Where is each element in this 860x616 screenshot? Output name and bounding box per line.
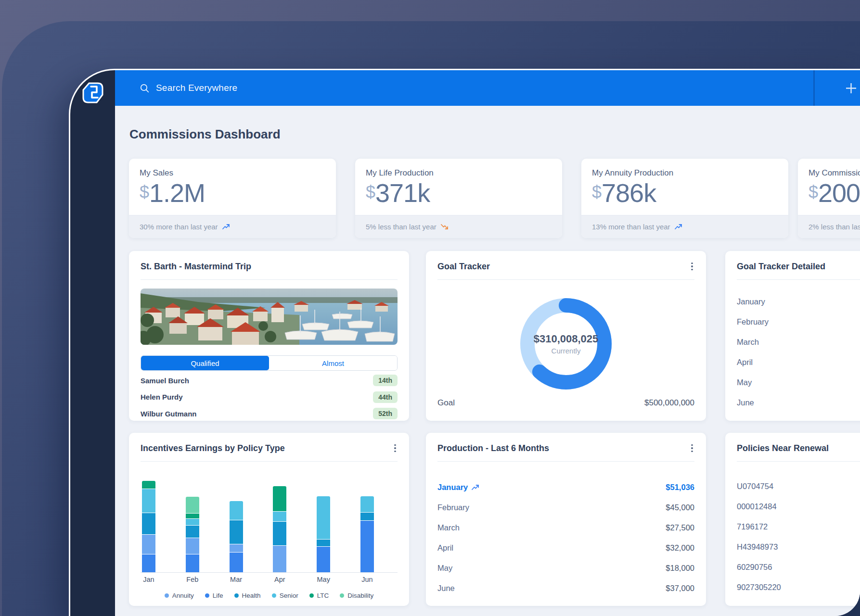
x-axis-label: Mar bbox=[230, 576, 242, 583]
month-label: May bbox=[737, 378, 752, 387]
bar-segment-annuity bbox=[186, 538, 199, 554]
bar-segment-senior bbox=[230, 501, 243, 520]
dashboard-content: Commissions Dashboard My Sales$1.2M30% m… bbox=[115, 106, 860, 616]
policy-number: U0704754 bbox=[737, 482, 773, 491]
goal-detailed-row[interactable]: May bbox=[737, 372, 860, 392]
trip-member-row[interactable]: Samuel Burch14th bbox=[141, 372, 398, 389]
x-axis-line bbox=[141, 572, 398, 573]
x-axis-label: May bbox=[317, 576, 330, 583]
production-value: $32,000 bbox=[666, 543, 694, 553]
divider bbox=[437, 461, 694, 462]
goal-detailed-row[interactable]: June bbox=[737, 392, 860, 413]
goal-detailed-row[interactable]: March bbox=[737, 332, 860, 352]
app-window: Search Everywhere Commissions Dashboard … bbox=[69, 69, 860, 616]
bar-segment-ltc bbox=[186, 514, 199, 519]
divider bbox=[437, 279, 694, 280]
production-month: March bbox=[437, 523, 460, 532]
rank-badge: 52th bbox=[373, 408, 398, 419]
bar-segment-senior bbox=[142, 489, 155, 513]
month-label: January bbox=[737, 297, 765, 306]
member-name: Helen Purdy bbox=[141, 393, 183, 401]
divider bbox=[737, 461, 860, 462]
card-menu-button[interactable] bbox=[688, 443, 696, 453]
add-button[interactable] bbox=[839, 70, 860, 106]
card-menu-button[interactable] bbox=[688, 262, 696, 271]
top-bar: Search Everywhere bbox=[115, 70, 860, 106]
app-logo[interactable] bbox=[82, 82, 104, 104]
bar-mar bbox=[230, 501, 243, 572]
policy-row[interactable]: 9027305220 bbox=[737, 577, 860, 597]
production-value: $45,000 bbox=[666, 503, 694, 512]
stacked-bar-chart bbox=[141, 478, 398, 573]
tab-qualified[interactable]: Qualified bbox=[141, 356, 269, 370]
topbar-divider bbox=[813, 70, 815, 106]
kpi-amount: 786k bbox=[602, 178, 656, 207]
goal-detailed-row[interactable]: February bbox=[737, 312, 860, 332]
trip-member-row[interactable]: Helen Purdy44th bbox=[141, 389, 398, 406]
policy-row[interactable]: 000012484 bbox=[737, 496, 860, 516]
policy-number: H43948973 bbox=[737, 542, 778, 552]
card-menu-button[interactable] bbox=[391, 443, 399, 453]
trip-member-row[interactable]: Wilbur Gutmann52th bbox=[141, 405, 398, 422]
goal-donut-chart: $310,008,025 Currently bbox=[518, 296, 614, 392]
production-row[interactable]: March$27,500 bbox=[437, 517, 694, 538]
bar-segment-disability bbox=[186, 497, 199, 514]
bar-segment-ltc bbox=[142, 481, 155, 489]
legend-label: Life bbox=[213, 592, 223, 599]
goal-detailed-row[interactable]: January bbox=[737, 291, 860, 312]
production-value: $27,500 bbox=[666, 523, 694, 532]
legend-item-senior: Senior bbox=[272, 592, 298, 599]
kpi-card-my-sales: My Sales$1.2M30% more than last year bbox=[129, 159, 336, 238]
kpi-trend-text: 2% less than last year bbox=[809, 223, 860, 231]
policies-list: U07047540000124847196172H439489736029075… bbox=[737, 476, 860, 597]
search-placeholder: Search Everywhere bbox=[156, 83, 237, 93]
kpi-amount: 200k bbox=[818, 178, 860, 207]
trend-down-icon bbox=[441, 224, 449, 230]
x-axis-label: Feb bbox=[186, 576, 198, 583]
bar-may bbox=[317, 496, 330, 572]
x-axis-label: Apr bbox=[274, 576, 285, 583]
legend-dot bbox=[234, 593, 239, 598]
bar-segment-life bbox=[142, 554, 155, 572]
search-bar[interactable]: Search Everywhere bbox=[115, 70, 237, 106]
kpi-card-my-life-production: My Life Production$371k5% less than last… bbox=[355, 159, 562, 238]
donut-center: $310,008,025 Currently bbox=[518, 296, 614, 392]
policy-row[interactable]: 7196172 bbox=[737, 516, 860, 537]
policy-row[interactable]: H43948973 bbox=[737, 537, 860, 557]
goal-detailed-list: JanuaryFebruaryMarchAprilMayJune bbox=[737, 291, 860, 413]
policy-number: 60290756 bbox=[737, 563, 772, 572]
bar-segment-senior bbox=[360, 496, 374, 513]
production-month: June bbox=[437, 584, 455, 593]
bar-segment-health bbox=[360, 513, 374, 521]
kpi-trend: 5% less than last year bbox=[355, 215, 562, 238]
chart-legend: AnnuityLifeHealthSeniorLTCDisability bbox=[129, 592, 409, 599]
policy-row[interactable]: 60290756 bbox=[737, 557, 860, 577]
legend-item-life: Life bbox=[205, 592, 223, 599]
production-month: April bbox=[437, 543, 453, 553]
production-month: February bbox=[437, 503, 469, 512]
production-row[interactable]: June$37,000 bbox=[437, 578, 694, 598]
month-label: March bbox=[737, 338, 759, 347]
trip-tabs: Qualified Almost bbox=[141, 355, 398, 371]
app-logo-icon bbox=[82, 82, 104, 104]
goal-detailed-row[interactable]: April bbox=[737, 352, 860, 372]
kpi-currency: $ bbox=[366, 182, 375, 202]
page-title: Commissions Dashboard bbox=[129, 127, 281, 142]
member-name: Wilbur Gutmann bbox=[141, 410, 197, 418]
policy-row[interactable]: U0704754 bbox=[737, 476, 860, 496]
legend-label: Health bbox=[242, 592, 261, 599]
bar-segment-health bbox=[317, 540, 330, 547]
production-title: Production - Last 6 Months bbox=[437, 443, 694, 453]
goal-tracker-detailed-card: Goal Tracker Detailed JanuaryFebruaryMar… bbox=[725, 251, 860, 421]
goal-tracker-detailed-title: Goal Tracker Detailed bbox=[737, 262, 860, 272]
production-row[interactable]: April$32,000 bbox=[437, 538, 694, 558]
production-row[interactable]: February$45,000 bbox=[437, 497, 694, 517]
bar-apr bbox=[273, 486, 286, 572]
policy-number: 000012484 bbox=[737, 502, 777, 511]
bar-segment-senior bbox=[273, 512, 286, 522]
legend-item-health: Health bbox=[234, 592, 261, 599]
production-row[interactable]: January$51,036 bbox=[437, 477, 694, 497]
production-row[interactable]: May$18,000 bbox=[437, 558, 694, 578]
production-value: $18,000 bbox=[666, 564, 694, 573]
tab-almost[interactable]: Almost bbox=[269, 356, 397, 370]
